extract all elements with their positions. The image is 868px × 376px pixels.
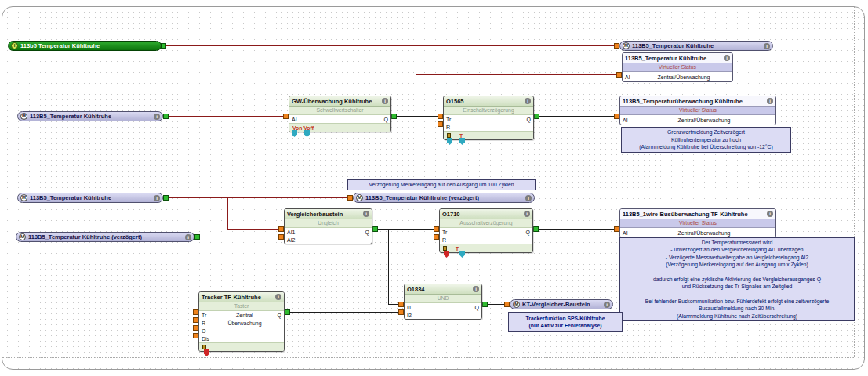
- input-port[interactable]: [438, 114, 443, 119]
- info-icon[interactable]: i: [767, 98, 773, 104]
- output-port[interactable]: [163, 114, 169, 119]
- output-port[interactable]: [161, 43, 166, 49]
- wire-binary: [539, 229, 614, 230]
- merker-pill-kt-vergleicher[interactable]: M KT-Vergleicher-Baustein i: [510, 299, 613, 309]
- note-line: Grenzwertmeldung Zeitverzögert: [624, 128, 788, 136]
- input-port[interactable]: [278, 226, 284, 232]
- input-port[interactable]: [283, 114, 289, 119]
- note-description[interactable]: Der Temperaturmesswert wird - unverzöger…: [619, 237, 855, 321]
- output-port[interactable]: [372, 226, 378, 232]
- input-port[interactable]: [434, 234, 439, 240]
- block-title: 113B5_Temperaturüberwachung Kühltruhe: [623, 98, 743, 105]
- info-icon[interactable]: i: [275, 294, 281, 300]
- block-vergleicherbaustein[interactable]: Vergleicherbaustein i Ungleich AI1 Q AI2: [284, 208, 372, 244]
- status-value: Zentral/Überwachung: [635, 230, 773, 236]
- block-title: Vergleicherbaustein: [287, 211, 343, 218]
- merker-badge-icon: M: [19, 233, 26, 240]
- note-line: - unverzögert an den Vergleichereingang …: [623, 246, 852, 253]
- status-block-temperaturueberwachung[interactable]: 113B5_Temperaturüberwachung Kühltruhe i …: [619, 96, 776, 125]
- info-icon[interactable]: i: [604, 302, 610, 308]
- info-icon[interactable]: i: [154, 195, 160, 201]
- merker-pill-temp-delayed-left[interactable]: M 113B5_Temperatur Kühltruhe (verzögert)…: [16, 232, 194, 242]
- input-port[interactable]: [193, 309, 198, 315]
- input-port[interactable]: [193, 325, 198, 331]
- output-port[interactable]: [391, 114, 397, 119]
- input-port[interactable]: [438, 121, 443, 127]
- info-icon[interactable]: i: [154, 114, 160, 120]
- input-port[interactable]: [193, 317, 198, 323]
- parameter-icon[interactable]: [202, 345, 206, 349]
- merker-pill-temp-top[interactable]: M 113B5_Temperatur Kühltruhe i: [619, 41, 773, 51]
- block-o1834-und[interactable]: O1834 i UND I1 Q I2: [404, 284, 482, 320]
- input-port[interactable]: [614, 43, 619, 49]
- wire-binary: [388, 304, 398, 305]
- status-block-temperatur[interactable]: 113B5_Temperatur Kühltruhe i Virtueller …: [622, 52, 733, 82]
- merker-badge-icon: M: [513, 301, 520, 308]
- output-port[interactable]: [194, 234, 200, 240]
- input-pill-temperatur[interactable]: I 113b5 Temperatur Kühltruhe: [8, 41, 162, 51]
- note-line: (Alarmmeldung Kühltruhe nach Zeitübersch…: [623, 313, 852, 320]
- merker-pill-temp-left-1[interactable]: M 113B5_Temperatur Kühltruhe i: [17, 111, 163, 121]
- info-icon[interactable]: i: [525, 195, 532, 201]
- parameter-icon[interactable]: [447, 133, 451, 138]
- input-label: O: [202, 328, 216, 334]
- input-port[interactable]: [504, 302, 510, 307]
- block-subtitle: Einschaltverzögerung: [444, 107, 533, 115]
- note-trackerfunktion[interactable]: Trackerfunktion SPS-Kühltruhe (nur Aktiv…: [508, 312, 623, 332]
- wire-analog: [416, 74, 616, 75]
- merker-pill-temp-left-2[interactable]: M 113B5_Temperatur Kühltruhe i: [17, 193, 163, 203]
- note-line: und Rücksetzung des Tr-Signales am Zeitg…: [623, 283, 852, 290]
- pill-label: KT-Vergleicher-Baustein: [522, 301, 590, 308]
- input-port[interactable]: [614, 226, 619, 232]
- input-label: AI2: [287, 237, 301, 243]
- info-icon[interactable]: i: [525, 98, 531, 104]
- input-label: AI1: [287, 230, 301, 235]
- block-gw-ueberwachung[interactable]: GW-Überwachung Kühltruhe i Schwellwertsc…: [289, 96, 391, 132]
- input-port[interactable]: [398, 309, 404, 315]
- output-label: Q: [522, 230, 530, 235]
- output-label: Q: [274, 313, 281, 318]
- parameter-icon[interactable]: [443, 246, 447, 251]
- info-icon[interactable]: i: [363, 211, 369, 217]
- port-label: AI: [625, 74, 637, 80]
- input-port[interactable]: [616, 72, 622, 78]
- output-port[interactable]: [163, 195, 169, 201]
- status-value: Zentral/Überwachung: [637, 74, 730, 80]
- info-icon[interactable]: i: [764, 43, 770, 49]
- info-icon[interactable]: i: [382, 98, 388, 104]
- info-icon[interactable]: i: [767, 211, 773, 217]
- output-port[interactable]: [285, 309, 290, 315]
- wire-binary: [397, 116, 438, 117]
- wire-analog: [227, 197, 228, 230]
- input-port[interactable]: [278, 234, 284, 240]
- note-line: (nur Aktiv zur Fehleranalyse): [511, 322, 619, 329]
- output-port[interactable]: [533, 226, 539, 232]
- input-port[interactable]: [434, 226, 439, 232]
- input-port[interactable]: [398, 302, 404, 307]
- status-value: Zentral/Überwachung: [635, 118, 773, 123]
- note-grenzwertmeldung[interactable]: Grenzwertmeldung Zeitverzögert Külltruhe…: [621, 127, 791, 153]
- block-tracker-tf-kuehltruhe[interactable]: Tracker TF-Kühltruhe i Taster Tr Zentral…: [198, 291, 285, 352]
- info-icon[interactable]: i: [524, 211, 530, 217]
- input-label: Tr: [446, 117, 460, 122]
- note-line: Bei fehlender Buskommunikation bzw. Fühl…: [623, 298, 852, 305]
- block-o1710-ausschaltverzoegerung[interactable]: O1710 i Ausschaltverzögerung Tr Q R T: [439, 208, 533, 253]
- info-icon[interactable]: i: [473, 286, 479, 292]
- output-port[interactable]: [534, 114, 539, 119]
- input-port[interactable]: [347, 195, 353, 201]
- info-icon[interactable]: i: [185, 234, 191, 240]
- note-delay-banner[interactable]: Verzögerung Merkereingang auf den Ausgan…: [347, 179, 536, 190]
- block-body-text: Zentral: [216, 313, 274, 318]
- input-label: I1: [407, 305, 421, 310]
- input-label: R: [442, 237, 456, 243]
- block-o1565-einschaltverzoegerung[interactable]: O1565 i Einschaltverzögerung Tr Q R T: [443, 96, 534, 140]
- input-port[interactable]: [614, 114, 619, 119]
- status-block-1wire-busueberwachung[interactable]: 113B5_1wire-Busüberwachung TF-Kühltruhe …: [619, 208, 776, 238]
- pill-label: 113B5_Temperatur Kühltruhe (verzögert): [365, 194, 479, 201]
- merker-badge-icon: M: [623, 42, 630, 49]
- wire-analog: [416, 45, 416, 74]
- info-icon[interactable]: i: [724, 55, 730, 61]
- input-port[interactable]: [193, 333, 198, 338]
- merker-pill-temp-delayed-mid[interactable]: M 113B5_Temperatur Kühltruhe (verzögert)…: [353, 193, 535, 203]
- output-port[interactable]: [482, 302, 488, 307]
